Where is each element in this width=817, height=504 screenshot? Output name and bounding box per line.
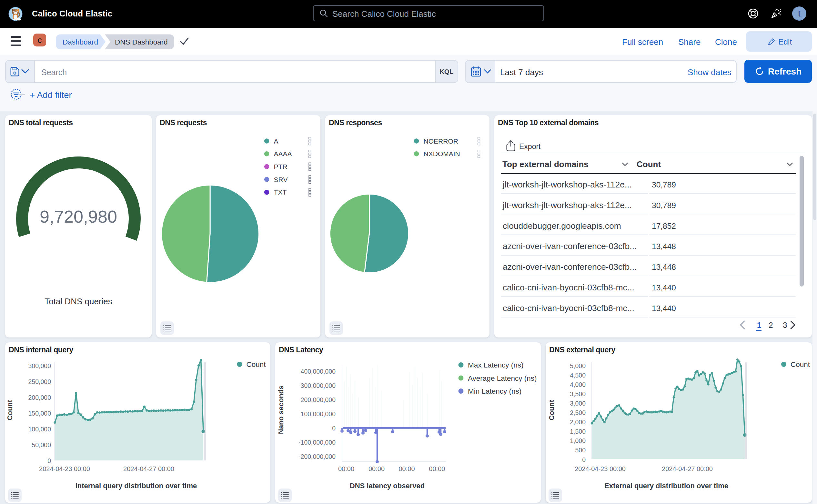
svg-text:TXT: TXT bbox=[274, 188, 287, 196]
svg-text:External query distribution ov: External query distribution over time bbox=[604, 482, 728, 490]
svg-text:Export: Export bbox=[519, 142, 541, 151]
svg-text:Count: Count bbox=[637, 159, 661, 169]
svg-text:A: A bbox=[274, 137, 278, 145]
svg-text:00:00: 00:00 bbox=[338, 465, 354, 472]
svg-text:00:00: 00:00 bbox=[429, 465, 445, 472]
svg-text:Max Latency (ns): Max Latency (ns) bbox=[468, 361, 524, 369]
svg-text:Total DNS queries: Total DNS queries bbox=[45, 297, 112, 306]
svg-text:calico-cni-ivan-byocni-03cfb8-: calico-cni-ivan-byocni-03cfb8-mc... bbox=[503, 283, 634, 292]
svg-text:3,500: 3,500 bbox=[570, 390, 586, 398]
svg-text:jlt-worksh-jlt-workshop-aks-11: jlt-worksh-jlt-workshop-aks-112e... bbox=[502, 200, 632, 210]
svg-text:Count: Count bbox=[6, 400, 14, 420]
svg-text:200,000,000: 200,000,000 bbox=[301, 396, 336, 403]
svg-text:13,440: 13,440 bbox=[652, 283, 676, 292]
svg-text:300,000: 300,000 bbox=[28, 362, 51, 369]
svg-text:calico-cni-ivan-byocni-03cfb8-: calico-cni-ivan-byocni-03cfb8-mc... bbox=[503, 303, 634, 313]
svg-text:13,448: 13,448 bbox=[652, 263, 676, 271]
svg-text:13,440: 13,440 bbox=[652, 304, 676, 313]
svg-text:Internal query distribution ov: Internal query distribution over time bbox=[76, 482, 197, 490]
svg-text:-100,000,000: -100,000,000 bbox=[298, 439, 336, 446]
svg-text:150,000: 150,000 bbox=[28, 410, 51, 417]
svg-text:0: 0 bbox=[47, 457, 51, 464]
svg-text:200,000: 200,000 bbox=[28, 394, 51, 401]
svg-text:NXDOMAIN: NXDOMAIN bbox=[424, 150, 460, 157]
svg-text:9,720,980: 9,720,980 bbox=[40, 207, 117, 226]
svg-text:4,500: 4,500 bbox=[570, 372, 586, 379]
svg-text:jlt-worksh-jlt-workshop-aks-11: jlt-worksh-jlt-workshop-aks-112e... bbox=[502, 180, 632, 189]
svg-text:2,500: 2,500 bbox=[570, 409, 586, 416]
svg-text:Min Latency (ns): Min Latency (ns) bbox=[468, 387, 521, 395]
svg-text:300,000,000: 300,000,000 bbox=[301, 382, 336, 389]
svg-text:4,000: 4,000 bbox=[570, 381, 586, 388]
svg-text:30,789: 30,789 bbox=[652, 201, 676, 210]
svg-text:17,852: 17,852 bbox=[652, 222, 676, 230]
svg-text:00:00: 00:00 bbox=[398, 465, 415, 472]
svg-text:1,500: 1,500 bbox=[570, 428, 586, 435]
svg-text:500: 500 bbox=[575, 447, 586, 454]
svg-text:azcni-over-ivan-conference-03c: azcni-over-ivan-conference-03cfb... bbox=[503, 241, 637, 251]
svg-text:2024-04-23 00:00: 2024-04-23 00:00 bbox=[39, 465, 90, 472]
svg-text:2024-04-27 00:00: 2024-04-27 00:00 bbox=[662, 465, 713, 472]
svg-text:1: 1 bbox=[757, 321, 762, 329]
svg-text:13,448: 13,448 bbox=[652, 242, 676, 251]
svg-text:2,000: 2,000 bbox=[570, 418, 586, 426]
svg-text:100,000: 100,000 bbox=[28, 426, 51, 433]
svg-text:Nano seconds: Nano seconds bbox=[277, 386, 285, 434]
svg-text:250,000: 250,000 bbox=[28, 378, 51, 385]
svg-text:2024-04-27 00:00: 2024-04-27 00:00 bbox=[123, 465, 174, 472]
svg-text:NOERROR: NOERROR bbox=[424, 137, 458, 145]
svg-text:30,789: 30,789 bbox=[652, 180, 676, 189]
svg-text:0: 0 bbox=[582, 456, 586, 463]
svg-text:00:00: 00:00 bbox=[368, 465, 385, 472]
svg-text:2: 2 bbox=[769, 321, 773, 329]
svg-text:400,000,000: 400,000,000 bbox=[301, 368, 336, 375]
svg-text:DNS latency observed: DNS latency observed bbox=[350, 482, 425, 490]
svg-text:3: 3 bbox=[783, 321, 787, 329]
svg-text:-200,000,000: -200,000,000 bbox=[298, 453, 336, 460]
svg-text:DNS Dashboard: DNS Dashboard bbox=[115, 38, 168, 46]
svg-text:5,000: 5,000 bbox=[570, 362, 586, 369]
svg-text:Top external domains: Top external domains bbox=[502, 159, 589, 169]
svg-text:Count: Count bbox=[548, 400, 556, 420]
svg-text:PTR: PTR bbox=[274, 163, 287, 170]
svg-text:50,000: 50,000 bbox=[32, 441, 51, 449]
svg-text:0: 0 bbox=[332, 425, 336, 432]
svg-text:Count: Count bbox=[791, 360, 810, 368]
svg-text:SRV: SRV bbox=[274, 176, 288, 183]
svg-text:Count: Count bbox=[247, 360, 266, 368]
svg-text:AAAA: AAAA bbox=[274, 150, 292, 157]
svg-text:1,000: 1,000 bbox=[570, 437, 586, 444]
svg-text:100,000,000: 100,000,000 bbox=[301, 410, 336, 418]
svg-text:Dashboard: Dashboard bbox=[63, 38, 98, 46]
svg-text:Average Latency (ns): Average Latency (ns) bbox=[468, 374, 537, 382]
svg-text:2024-04-23 00:00: 2024-04-23 00:00 bbox=[575, 465, 626, 472]
svg-text:3,000: 3,000 bbox=[570, 400, 586, 407]
svg-text:clouddebugger.googleapis.com: clouddebugger.googleapis.com bbox=[503, 221, 621, 231]
svg-text:azcni-over-ivan-conference-03c: azcni-over-ivan-conference-03cfb... bbox=[503, 262, 637, 272]
